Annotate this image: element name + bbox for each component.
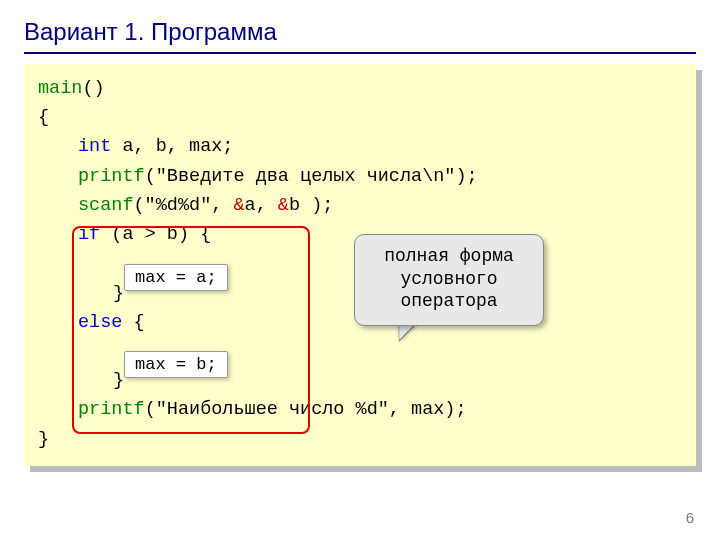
code-keyword-main: main: [38, 78, 82, 99]
code-text: (a > b) {: [100, 224, 211, 245]
code-text: {: [122, 312, 144, 333]
code-keyword-printf: printf: [78, 166, 145, 187]
code-text: ("%d%d",: [134, 195, 234, 216]
code-text: a,: [245, 195, 278, 216]
code-text: }: [38, 425, 682, 454]
callout-line: оператора: [363, 290, 535, 313]
callout-bubble: полная форма условного оператора: [354, 234, 544, 326]
snippet-max-a: max = a;: [124, 264, 228, 291]
code-text: ("Наибольшее число %d", max);: [145, 399, 467, 420]
snippet-max-b: max = b;: [124, 351, 228, 378]
slide-title: Вариант 1. Программа: [24, 18, 696, 54]
code-block: main() { int a, b, max; printf("Введите …: [24, 64, 696, 466]
code-keyword-printf: printf: [78, 399, 145, 420]
code-keyword-int: int: [78, 136, 111, 157]
slide: Вариант 1. Программа main() { int a, b, …: [0, 0, 720, 540]
code-block-container: main() { int a, b, max; printf("Введите …: [24, 64, 696, 466]
code-keyword-if: if: [78, 224, 100, 245]
code-text: (): [82, 78, 104, 99]
code-amp: &: [278, 195, 289, 216]
code-keyword-scanf: scanf: [78, 195, 134, 216]
code-amp: &: [233, 195, 244, 216]
code-text: b );: [289, 195, 333, 216]
callout-line: условного: [363, 268, 535, 291]
code-keyword-else: else: [78, 312, 122, 333]
code-text: {: [38, 103, 682, 132]
code-text: ("Введите два целых числа\n");: [145, 166, 478, 187]
code-text: a, b, max;: [111, 136, 233, 157]
page-number: 6: [686, 509, 694, 526]
callout-line: полная форма: [363, 245, 535, 268]
